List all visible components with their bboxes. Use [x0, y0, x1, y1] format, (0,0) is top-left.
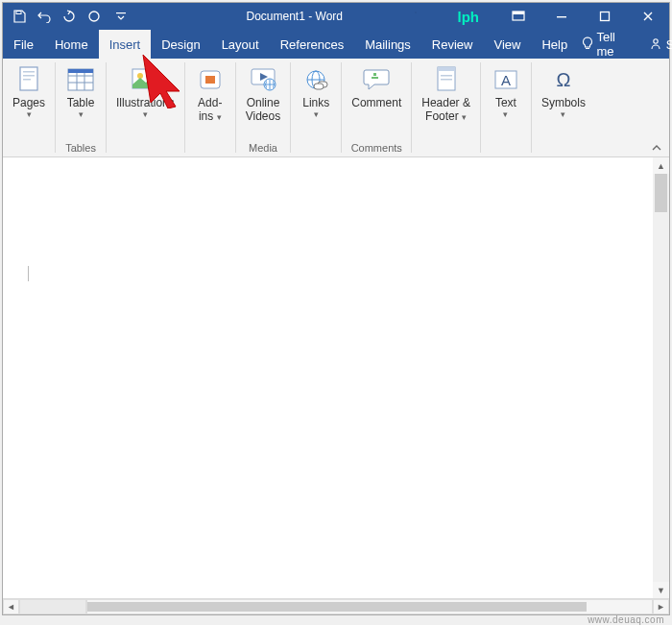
vscroll-track[interactable] — [653, 174, 669, 582]
group-links: Links▾ — [291, 59, 341, 156]
hscroll-gap — [19, 599, 86, 614]
pages-button[interactable]: Pages▾ — [7, 62, 51, 138]
group-label-symbols — [532, 139, 595, 156]
illustrations-button[interactable]: Illustrations▾ — [110, 62, 180, 138]
horizontal-scrollbar[interactable]: ◄ ► — [3, 598, 669, 614]
scroll-down-icon[interactable]: ▼ — [653, 582, 669, 598]
group-header-footer: Header &Footer ▾ — [412, 59, 480, 156]
minimize-button[interactable] — [540, 3, 583, 30]
online-videos-button[interactable]: OnlineVideos — [240, 62, 286, 138]
tab-insert[interactable]: Insert — [99, 30, 152, 59]
pages-icon — [13, 64, 44, 95]
tab-help[interactable]: Help — [531, 30, 578, 59]
qat-customize-icon[interactable] — [110, 8, 132, 25]
group-label-tables: Tables — [56, 139, 106, 156]
svg-rect-10 — [23, 71, 35, 73]
svg-rect-34 — [441, 75, 452, 77]
tab-layout[interactable]: Layout — [211, 30, 270, 59]
group-label-text — [481, 139, 531, 156]
close-button[interactable] — [626, 3, 669, 30]
group-comments: Comment Comments — [342, 59, 411, 156]
tab-references[interactable]: References — [270, 30, 354, 59]
undo-icon[interactable] — [36, 8, 53, 25]
group-symbols: Ω Symbols▾ — [532, 59, 595, 156]
tab-file[interactable]: File — [3, 30, 44, 59]
tell-me-button[interactable]: Tell me — [596, 30, 636, 59]
maximize-button[interactable] — [583, 3, 626, 30]
table-icon — [65, 64, 96, 95]
svg-rect-0 — [16, 12, 21, 14]
tab-view[interactable]: View — [483, 30, 531, 59]
redo-icon[interactable] — [60, 8, 78, 25]
group-label-media: Media — [236, 139, 290, 156]
account-badge[interactable]: lph — [458, 9, 480, 25]
svg-rect-22 — [205, 76, 215, 84]
svg-rect-12 — [23, 79, 31, 81]
svg-rect-30 — [373, 73, 376, 76]
group-text: A Text▾ — [481, 59, 531, 156]
app-window: Document1 - Word lph File Home Insert De… — [2, 2, 670, 615]
save-icon[interactable] — [11, 8, 28, 25]
scroll-right-icon[interactable]: ► — [653, 599, 669, 614]
touch-mode-icon[interactable] — [85, 8, 103, 25]
tab-design[interactable]: Design — [151, 30, 210, 59]
tab-home[interactable]: Home — [44, 30, 99, 59]
symbols-button[interactable]: Ω Symbols▾ — [536, 62, 591, 138]
svg-point-8 — [653, 39, 657, 43]
group-label-headerfooter — [412, 139, 480, 156]
document-page[interactable] — [3, 157, 653, 598]
group-label-pages — [3, 139, 55, 156]
comment-button[interactable]: Comment — [346, 62, 407, 138]
title-bar: Document1 - Word lph — [3, 3, 669, 30]
scroll-up-icon[interactable]: ▲ — [653, 157, 669, 174]
header-footer-button[interactable]: Header &Footer ▾ — [416, 62, 476, 138]
picture-icon — [130, 64, 160, 95]
svg-rect-29 — [314, 84, 324, 89]
ribbon-display-options-icon[interactable] — [496, 3, 540, 30]
tab-mailings[interactable]: Mailings — [354, 30, 421, 59]
omega-icon: Ω — [548, 64, 579, 95]
share-icon — [649, 37, 662, 51]
title-bar-right: lph — [458, 3, 670, 30]
group-label-addins — [185, 139, 235, 156]
hscroll-track[interactable] — [86, 599, 653, 614]
vertical-scrollbar[interactable]: ▲ ▼ — [653, 157, 669, 598]
svg-text:A: A — [501, 72, 511, 88]
textbox-icon: A — [491, 64, 521, 95]
collapse-ribbon-icon[interactable] — [648, 141, 665, 155]
svg-rect-33 — [438, 67, 455, 71]
svg-text:Ω: Ω — [556, 69, 570, 90]
group-label-links — [291, 139, 341, 156]
svg-rect-31 — [372, 77, 378, 79]
link-icon — [300, 64, 331, 95]
tab-review[interactable]: Review — [421, 30, 484, 59]
svg-rect-7 — [586, 48, 589, 49]
document-area: ▲ ▼ — [3, 157, 669, 598]
group-illustrations: Illustrations▾ — [107, 59, 184, 156]
links-button[interactable]: Links▾ — [295, 62, 337, 138]
addins-icon — [195, 64, 226, 95]
svg-point-1 — [89, 12, 99, 21]
comment-icon — [361, 64, 392, 95]
group-media: OnlineVideos Media — [236, 59, 290, 156]
vscroll-thumb[interactable] — [655, 174, 667, 212]
group-pages: Pages▾ — [3, 59, 55, 156]
text-cursor — [28, 266, 29, 281]
table-button[interactable]: Table▾ — [60, 62, 102, 138]
group-label-comments: Comments — [342, 139, 411, 156]
text-button[interactable]: A Text▾ — [485, 62, 527, 138]
svg-rect-35 — [441, 79, 452, 81]
share-button[interactable]: Share — [637, 37, 672, 52]
lightbulb-icon[interactable] — [578, 36, 596, 52]
svg-rect-18 — [68, 69, 93, 73]
svg-rect-11 — [23, 75, 35, 77]
scroll-left-icon[interactable]: ◄ — [3, 599, 19, 614]
online-video-icon — [248, 64, 278, 95]
hscroll-thumb[interactable] — [87, 602, 587, 612]
watermark-text: www.deuaq.com — [588, 614, 664, 625]
addins-button[interactable]: Add-ins ▾ — [189, 62, 231, 138]
svg-rect-2 — [116, 12, 126, 13]
svg-rect-4 — [513, 12, 524, 14]
group-addins: Add-ins ▾ — [185, 59, 235, 156]
share-label: Share — [666, 37, 672, 52]
